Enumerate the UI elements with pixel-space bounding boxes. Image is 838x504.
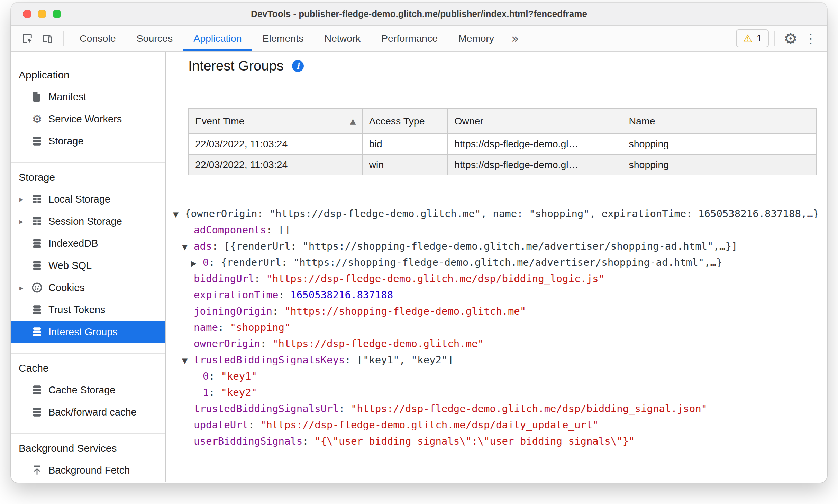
string-value: "{\"user_bidding_signals\":\"user_biddin… [315,435,635,447]
tree-line[interactable]: joiningOrigin: "https://shopping-fledge-… [166,303,827,319]
cookie-icon [31,282,43,293]
tree-line[interactable]: ownerOrigin: "https://dsp-fledge-demo.gl… [166,336,827,352]
sidebar-item-session-storage[interactable]: Session Storage [11,210,165,232]
database-icon [31,304,43,316]
more-panels-button[interactable] [504,31,526,46]
sidebar-item-label: Cache Storage [48,384,115,396]
sidebar-item-label: Local Storage [48,194,110,205]
string-value: "https://dsp-fledge-demo.glitch.me/dsp/b… [351,403,707,414]
interest-groups-grid: Event TimeAccess TypeOwnerName 22/03/202… [188,108,817,175]
sidebar-item-label: Cookies [48,282,85,293]
inspect-element-button[interactable] [17,28,37,48]
sidebar-section-title: Background Services [11,438,165,459]
sidebar-item-label: Manifest [48,91,86,103]
sidebar-item-label: Background Fetch [48,465,130,476]
database-icon [31,237,43,249]
tree-line[interactable]: biddingUrl: "https://dsp-fledge-demo.gli… [166,271,827,287]
tree-line[interactable]: {ownerOrigin: "https://dsp-fledge-demo.g… [166,206,827,222]
tree-line[interactable]: userBiddingSignals: "{\"user_bidding_sig… [166,433,827,449]
sidebar-item-indexeddb[interactable]: IndexedDB [11,232,165,254]
preview-text: : [209,370,221,382]
preview-text: : [339,403,351,414]
minimize-button[interactable] [38,10,46,18]
application-sidebar: ApplicationManifest⚙Service WorkersStora… [11,52,166,482]
collapse-arrow-icon[interactable] [182,353,194,369]
string-value: "https://dsp-fledge-demo.glitch.me" [272,338,484,349]
sidebar-item-back-forward-cache[interactable]: Back/forward cache [11,401,165,423]
tree-line[interactable]: 0: "key1" [166,368,827,384]
sidebar-item-label: Storage [48,136,84,147]
collapse-arrow-icon[interactable] [173,207,185,223]
sidebar-item-manifest[interactable]: Manifest [11,86,165,108]
property-name: 1 [203,386,209,398]
table-cell: bid [362,133,448,154]
expand-arrow-icon[interactable] [19,195,28,204]
table-row[interactable]: 22/03/2022, 11:03:24winhttps://dsp-fledg… [189,154,816,175]
preview-text: : [218,321,230,333]
property-name: trustedBiddingSignalsKeys [194,354,345,366]
table-cell: https://dsp-fledge-demo.gl… [448,154,622,175]
tab-console[interactable]: Console [69,26,126,51]
sidebar-item-label: Back/forward cache [48,407,137,418]
database-icon [31,260,43,271]
preview-text: : [] [266,224,291,236]
tree-line[interactable]: trustedBiddingSignalsUrl: "https://dsp-f… [166,401,827,417]
json-tree: {ownerOrigin: "https://dsp-fledge-demo.g… [166,197,827,449]
property-name: userBiddingSignals [194,435,302,447]
issues-warning-badge[interactable]: 1 [736,29,769,47]
sidebar-item-service-workers[interactable]: ⚙Service Workers [11,108,165,130]
expand-arrow-icon[interactable] [19,217,28,226]
column-header-name[interactable]: Name [622,109,816,133]
table-row[interactable]: 22/03/2022, 11:03:24bidhttps://dsp-fledg… [189,133,816,154]
close-button[interactable] [23,10,31,18]
tab-performance[interactable]: Performance [371,26,448,51]
sidebar-item-cookies[interactable]: Cookies [11,277,165,299]
zoom-button[interactable] [53,10,61,18]
expand-arrow-icon[interactable] [19,283,28,292]
preview-text: : {renderUrl: "https://shopping-fledge-d… [209,256,722,268]
sidebar-section-cache: CacheCache StorageBack/forward cache [11,354,165,434]
tree-line[interactable]: ads: [{renderUrl: "https://shopping-fled… [166,238,827,254]
sidebar-item-interest-groups[interactable]: Interest Groups [11,321,165,343]
column-header-access-type[interactable]: Access Type [362,109,448,133]
toolbar-separator [774,31,775,46]
sidebar-item-local-storage[interactable]: Local Storage [11,188,165,210]
tab-network[interactable]: Network [314,26,371,51]
database-icon [31,384,43,396]
sidebar-item-background-fetch[interactable]: Background Fetch [11,459,165,481]
preview-text: : [209,386,221,398]
string-value: "shopping" [230,321,291,333]
property-name: biddingUrl [194,273,254,284]
grid-body: 22/03/2022, 11:03:24bidhttps://dsp-fledg… [189,133,816,175]
tree-line[interactable]: expirationTime: 1650538216.837188 [166,287,827,303]
tab-application[interactable]: Application [183,26,252,51]
sidebar-item-label: Web SQL [48,260,92,271]
preview-text: : ["key1", "key2"] [345,354,454,366]
expand-arrow-icon[interactable] [191,255,203,272]
collapse-arrow-icon[interactable] [182,239,194,255]
sidebar-section-application: ApplicationManifest⚙Service WorkersStora… [11,61,165,163]
tree-line[interactable]: 0: {renderUrl: "https://shopping-fledge-… [166,254,827,271]
property-name: ownerOrigin [194,338,260,349]
tab-memory[interactable]: Memory [448,26,504,51]
tab-elements[interactable]: Elements [252,26,314,51]
tree-line[interactable]: trustedBiddingSignalsKeys: ["key1", "key… [166,352,827,368]
info-icon[interactable] [292,60,304,72]
sidebar-item-label: Interest Groups [48,326,118,338]
grid-header-row: Event TimeAccess TypeOwnerName [189,109,816,133]
sidebar-item-web-sql[interactable]: Web SQL [11,254,165,277]
device-toolbar-button[interactable] [37,28,57,48]
column-header-owner[interactable]: Owner [448,109,622,133]
tree-line[interactable]: 1: "key2" [166,384,827,401]
sidebar-item-storage[interactable]: Storage [11,130,165,152]
devtools-body: ApplicationManifest⚙Service WorkersStora… [11,52,827,482]
tree-line[interactable]: updateUrl: "https://dsp-fledge-demo.glit… [166,417,827,433]
column-header-event-time[interactable]: Event Time [189,109,362,133]
tree-line[interactable]: name: "shopping" [166,319,827,336]
sidebar-item-trust-tokens[interactable]: Trust Tokens [11,299,165,321]
overflow-menu-button[interactable] [801,28,821,48]
tree-line[interactable]: adComponents: [] [166,222,827,238]
tab-sources[interactable]: Sources [126,26,183,51]
sidebar-item-cache-storage[interactable]: Cache Storage [11,379,165,401]
settings-gear-button[interactable] [781,28,801,48]
